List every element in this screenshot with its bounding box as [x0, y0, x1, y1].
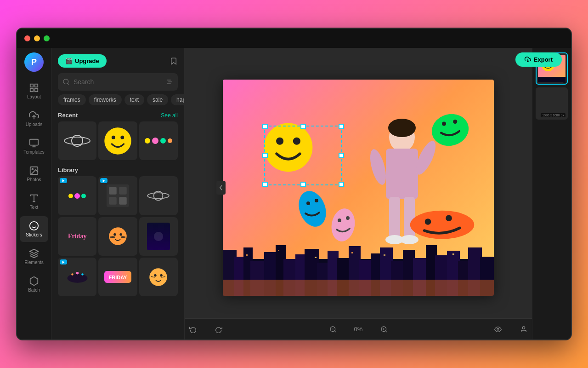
sticker-cell-saturn2[interactable]	[139, 176, 178, 215]
svg-line-41	[121, 238, 125, 238]
redo-button[interactable]	[210, 323, 227, 336]
sticker-cell-flower[interactable]	[98, 176, 137, 215]
svg-point-99	[410, 211, 475, 239]
sticker-cell-dark[interactable]	[139, 217, 178, 256]
handle-tm[interactable]	[300, 124, 306, 129]
thumbnail-card-2[interactable]: 1080 x 1080 px	[536, 87, 568, 120]
svg-line-115	[385, 331, 387, 332]
handle-br[interactable]	[339, 182, 344, 187]
svg-point-105	[329, 207, 357, 243]
dots-sticker	[145, 138, 172, 144]
batch-label: Batch	[28, 288, 40, 293]
export-button[interactable]: Export	[515, 52, 562, 67]
sticker-cell-tiger2[interactable]	[139, 258, 178, 296]
sticker-cell-dots2[interactable]	[58, 176, 96, 215]
eye-button[interactable]	[490, 323, 506, 336]
blue-smiley-sticker	[296, 186, 328, 231]
dark-sticker	[147, 223, 170, 250]
uploads-icon	[29, 110, 39, 121]
svg-rect-79	[223, 280, 494, 296]
recent-section-header: Recent See all	[51, 109, 184, 121]
main-canvas[interactable]	[223, 80, 494, 296]
handle-mr[interactable]	[339, 153, 344, 158]
svg-point-118	[497, 328, 499, 330]
canvas-outer	[185, 48, 532, 318]
svg-point-45	[76, 272, 79, 275]
maximize-dot[interactable]	[44, 35, 50, 41]
handle-bm[interactable]	[300, 182, 306, 187]
svg-point-9	[32, 168, 33, 170]
handle-tl[interactable]	[262, 124, 268, 129]
tiger-sticker	[105, 224, 130, 249]
sticker-cell-dots[interactable]	[139, 121, 178, 160]
orange-smiley-sticker	[407, 200, 478, 243]
tag-happ[interactable]: happ	[171, 94, 184, 105]
svg-point-22	[64, 137, 90, 144]
svg-rect-29	[109, 187, 117, 195]
pink-smiley-svg	[328, 204, 358, 243]
sidebar-item-stickers[interactable]: Stickers	[20, 216, 48, 242]
sidebar-item-batch[interactable]: Batch	[20, 271, 48, 297]
tiger-sticker-2	[146, 264, 171, 290]
see-all-recent[interactable]: See all	[161, 112, 178, 119]
pink-smiley-sticker	[328, 204, 358, 245]
sticker-cell-friday[interactable]: Friday	[58, 217, 96, 256]
svg-point-44	[71, 273, 73, 275]
handle-ml[interactable]	[262, 153, 268, 158]
crown-sticker	[65, 268, 90, 286]
collapse-panel-button[interactable]	[216, 181, 226, 195]
library-scroll[interactable]: Friday	[51, 176, 184, 339]
city-skyline	[223, 241, 494, 296]
browser-dots	[24, 35, 50, 41]
canvas-relative	[223, 80, 494, 296]
browser-window: P Layout Uploads	[16, 28, 572, 340]
zoom-out-icon	[329, 326, 337, 333]
bookmark-icon[interactable]	[170, 57, 178, 65]
sticker-cell-saturn[interactable]	[58, 121, 96, 160]
upgrade-button[interactable]: 🎬 Upgrade	[58, 54, 107, 68]
search-icon	[62, 78, 70, 86]
video-badge-2	[100, 178, 107, 183]
sidebar-item-uploads[interactable]: Uploads	[20, 106, 48, 132]
tag-frames[interactable]: frames	[58, 94, 86, 105]
sidebar-item-text[interactable]: Text	[20, 189, 48, 214]
handle-bl[interactable]	[262, 182, 268, 187]
sticker-cell-crown[interactable]	[58, 258, 96, 296]
undo-button[interactable]	[185, 323, 201, 336]
handle-tr[interactable]	[339, 124, 344, 129]
sidebar-item-photos[interactable]: Photos	[20, 161, 48, 187]
svg-point-46	[81, 273, 83, 275]
person-button[interactable]	[515, 323, 532, 336]
uploads-label: Uploads	[26, 122, 43, 127]
close-dot[interactable]	[24, 35, 30, 41]
svg-rect-30	[119, 187, 127, 195]
filter-icon[interactable]	[166, 78, 173, 86]
sticker-cell-tiger[interactable]	[98, 217, 137, 256]
elements-icon	[29, 248, 39, 259]
stickers-icon	[29, 221, 39, 231]
minimize-dot[interactable]	[34, 35, 40, 41]
svg-point-43	[67, 274, 87, 283]
photos-icon	[29, 166, 39, 176]
play-icon-2	[102, 179, 106, 183]
sticker-cell-yellow-smiley[interactable]	[98, 121, 137, 160]
tag-fireworks[interactable]: fireworks	[89, 94, 122, 105]
svg-point-96	[430, 110, 471, 149]
sticker-cell-friday2[interactable]: FRIDAY	[98, 258, 137, 296]
zoom-out-button[interactable]	[325, 323, 341, 336]
photos-label: Photos	[27, 177, 41, 182]
search-input[interactable]	[74, 78, 166, 86]
canvas-wrapper-outer: Export	[185, 48, 571, 339]
svg-rect-86	[452, 253, 454, 255]
tag-sale[interactable]: sale	[147, 94, 168, 105]
panel-header: 🎬 Upgrade	[51, 48, 184, 71]
app-logo[interactable]: P	[24, 52, 44, 72]
search-bar	[58, 73, 178, 91]
canvas-toolbar: 0%	[185, 318, 532, 339]
sidebar-item-templates[interactable]: Templates	[20, 133, 48, 159]
tag-text[interactable]: text	[124, 94, 144, 105]
sidebar-item-elements[interactable]: Elements	[20, 244, 48, 270]
elements-label: Elements	[24, 260, 44, 265]
sidebar-item-layout[interactable]: Layout	[20, 78, 48, 104]
zoom-in-button[interactable]	[376, 323, 392, 336]
